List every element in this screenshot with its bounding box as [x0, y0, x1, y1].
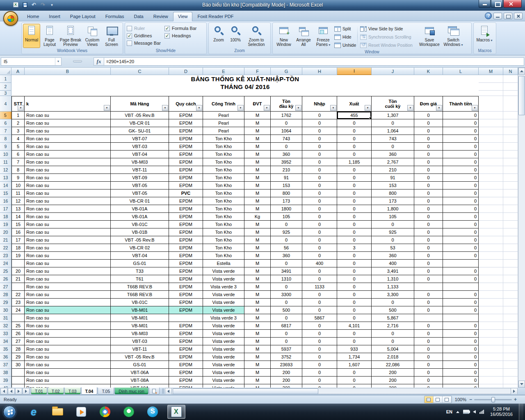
cell-E20[interactable]: Ton Kho [203, 228, 244, 236]
sheet-tab-dinh-muc-ron[interactable]: Dinh muc ron [114, 388, 148, 395]
cell-F38[interactable]: M [244, 369, 271, 377]
cell-A5[interactable]: 1 [11, 112, 25, 119]
cell-E11[interactable]: Ton Kho [203, 158, 244, 166]
cell-I39[interactable]: 0 [337, 377, 372, 384]
cell-H36[interactable]: 0 [302, 353, 337, 361]
cell-D30[interactable]: EPDM [169, 306, 203, 314]
cell-K6[interactable]: 0 [414, 119, 443, 127]
cell-H17[interactable]: 0 [302, 205, 337, 213]
row-header-8[interactable]: 8 [0, 135, 11, 143]
previous-sheet-button[interactable] [8, 388, 15, 395]
cell-E36[interactable]: Vista verde [203, 353, 244, 361]
cell-F11[interactable]: M [244, 158, 271, 166]
row-header-1[interactable]: 1 [0, 75, 11, 83]
cell-F14[interactable]: M [244, 182, 271, 189]
cell-L9[interactable]: 0 [443, 143, 479, 151]
cell-N28[interactable] [503, 291, 518, 299]
cell-B17[interactable]: Ron cao su [25, 205, 111, 213]
cell-N32[interactable] [503, 322, 518, 330]
cell-F39[interactable]: M [244, 377, 271, 384]
cell-N37[interactable] [503, 361, 518, 369]
cell-G11[interactable]: 3952 [271, 158, 302, 166]
cell-J10[interactable]: 360 [372, 151, 414, 158]
cell-A35[interactable]: 28 [11, 345, 25, 353]
arrange-all-button[interactable]: Arrange All [294, 24, 313, 49]
cell-B6[interactable]: Ron cao su [25, 119, 111, 127]
cell-H30[interactable]: 0 [302, 306, 337, 314]
cell-C20[interactable]: VB-01B [111, 228, 169, 236]
cell-B29[interactable]: Ron cao su [25, 299, 111, 306]
cell-D17[interactable]: EPDM [169, 205, 203, 213]
filter-button-I[interactable] [365, 105, 371, 111]
cell-N18[interactable] [503, 213, 518, 221]
cell-N4[interactable] [503, 96, 518, 112]
column-header-H[interactable]: H [302, 68, 337, 75]
cell-B40[interactable]: Ron cao su [25, 384, 111, 388]
workbook-restore-button[interactable] [504, 13, 512, 19]
cell-I26[interactable]: 0 [337, 275, 372, 283]
cell-M24[interactable] [479, 260, 503, 267]
cell-G28[interactable]: 3300 [271, 291, 302, 299]
cell-B9[interactable]: Ron cao su [25, 143, 111, 151]
custom-views-button[interactable]: Custom Views [82, 24, 103, 48]
cell-H5[interactable]: 0 [302, 112, 337, 119]
cell-H16[interactable]: 0 [302, 197, 337, 205]
cell-G26[interactable]: 1310 [271, 275, 302, 283]
cell-N23[interactable] [503, 252, 518, 260]
filter-button-K[interactable] [436, 105, 442, 111]
page-break-view-shortcut[interactable] [443, 396, 452, 403]
normal-view-button[interactable]: Normal [23, 24, 40, 48]
cell-F31[interactable]: M [244, 314, 271, 322]
cell-M25[interactable] [479, 267, 503, 275]
cell-H38[interactable]: 0 [302, 369, 337, 377]
cell-N24[interactable] [503, 260, 518, 267]
cell-L33[interactable]: 0 [443, 330, 479, 338]
cell-J34[interactable]: 0 [372, 338, 414, 345]
cell-B8[interactable]: Ron cao su [25, 135, 111, 143]
cell-J16[interactable]: 173 [372, 197, 414, 205]
cell-L37[interactable]: 0 [443, 361, 479, 369]
cell-B24[interactable]: Ron cao su [25, 260, 111, 267]
cell-G15[interactable]: 800 [271, 189, 302, 197]
row-header-39[interactable]: 39 [0, 377, 11, 384]
cell-D10[interactable]: EPDM [169, 151, 203, 158]
cell-I17[interactable]: 0 [337, 205, 372, 213]
filter-button-C[interactable] [162, 105, 168, 111]
cell-L40[interactable]: 0 [443, 384, 479, 388]
cell-B37[interactable]: Ron cao su [25, 361, 111, 369]
column-header-J[interactable]: J [372, 68, 414, 75]
column-header-I[interactable]: I [337, 68, 372, 75]
cell-E31[interactable]: Vista verde 3 [203, 314, 244, 322]
cell-F6[interactable]: M [244, 119, 271, 127]
cell-H6[interactable]: 0 [302, 119, 337, 127]
cell-D13[interactable]: EPDM [169, 174, 203, 182]
cell-B21[interactable]: Ron cao su [25, 236, 111, 244]
cell-F40[interactable]: M [244, 384, 271, 388]
row-header-4[interactable]: 4 [0, 96, 11, 112]
cell-E17[interactable]: Ton Kho [203, 205, 244, 213]
cell-D26[interactable]: EPDM [169, 275, 203, 283]
sheet-tab-t-03[interactable]: T.03 [64, 388, 81, 395]
unhide-button[interactable]: Unhide [333, 41, 356, 49]
cell-J31[interactable]: 5,867 [372, 314, 414, 322]
cell-M14[interactable] [479, 182, 503, 189]
cell-D38[interactable]: EPDM [169, 369, 203, 377]
cell-E6[interactable]: Pearl [203, 119, 244, 127]
cell-M20[interactable] [479, 228, 503, 236]
cell-B22[interactable]: Ron cao su [25, 244, 111, 252]
cell-M9[interactable] [479, 143, 503, 151]
cell-A25[interactable]: 20 [11, 267, 25, 275]
cell-A33[interactable]: 26 [11, 330, 25, 338]
cell-H12[interactable]: 0 [302, 166, 337, 174]
scroll-left-button[interactable] [165, 388, 172, 394]
row-header-34[interactable]: 34 [0, 338, 11, 345]
cell-I25[interactable]: 0 [337, 267, 372, 275]
cell-L36[interactable]: 0 [443, 353, 479, 361]
cell-L13[interactable]: 0 [443, 174, 479, 182]
zoom-100-button[interactable]: 100% [227, 24, 244, 48]
cell-M38[interactable] [479, 369, 503, 377]
column-header-D[interactable]: D [169, 68, 203, 75]
cell-D32[interactable]: EPDM [169, 322, 203, 330]
cell-F16[interactable]: M [244, 197, 271, 205]
cell-L14[interactable]: 0 [443, 182, 479, 189]
